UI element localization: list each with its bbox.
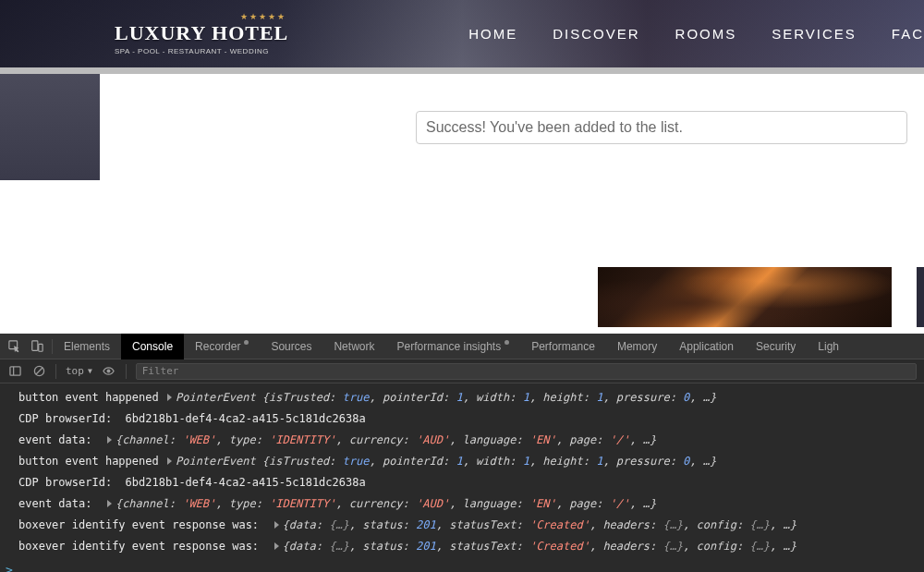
nav-facilities[interactable]: FAC — [892, 26, 924, 42]
devtools-panel: Elements Console Recorder Sources Networ… — [0, 334, 924, 572]
console-row[interactable]: event data: {channel: 'WEB', type: 'IDEN… — [0, 493, 924, 515]
console-row[interactable]: CDP browserId: 6bd218b1-def4-4ca2-a415-5… — [0, 472, 924, 493]
success-input[interactable]: Success! You've been added to the list. — [416, 111, 907, 144]
separator — [126, 364, 127, 379]
hero-header: ★★★★★ LUXURY HOTEL SPA - POOL - RESTAURA… — [0, 0, 924, 67]
logo: ★★★★★ LUXURY HOTEL SPA - POOL - RESTAURA… — [115, 12, 288, 55]
filter-input[interactable]: Filter — [136, 363, 917, 380]
hotel-tagline: SPA - POOL - RESTAURANT - WEDDING — [115, 47, 288, 55]
svg-point-7 — [107, 370, 110, 372]
tab-lighthouse[interactable]: Ligh — [807, 334, 850, 359]
tab-elements[interactable]: Elements — [53, 334, 121, 359]
success-text: Success! You've been added to the list. — [426, 119, 683, 136]
tab-console[interactable]: Console — [121, 334, 184, 359]
context-selector[interactable]: top▼ — [66, 365, 92, 377]
nav-rooms[interactable]: ROOMS — [675, 26, 737, 42]
nav-discover[interactable]: DISCOVER — [553, 26, 639, 42]
nav-home[interactable]: HOME — [468, 26, 517, 42]
tab-network[interactable]: Network — [322, 334, 385, 359]
thumbnail-image[interactable] — [598, 267, 892, 327]
console-row[interactable]: boxever identify event response was: {da… — [0, 536, 924, 557]
svg-rect-1 — [32, 340, 38, 350]
hotel-name: LUXURY HOTEL — [115, 21, 288, 45]
clear-icon[interactable] — [31, 364, 46, 379]
content-area — [0, 180, 924, 334]
svg-line-6 — [35, 368, 42, 374]
thumbnail-edge — [917, 267, 924, 327]
device-icon[interactable] — [30, 339, 44, 354]
svg-rect-2 — [39, 344, 43, 351]
separator — [55, 364, 56, 379]
console-prompt[interactable]: > — [0, 561, 924, 572]
tab-recorder[interactable]: Recorder — [184, 334, 260, 359]
tab-security[interactable]: Security — [745, 334, 807, 359]
form-card: Success! You've been added to the list. — [100, 74, 924, 180]
stars-icon: ★★★★★ — [115, 12, 286, 21]
tab-sources[interactable]: Sources — [260, 334, 322, 359]
console-row[interactable]: boxever identify event response was: {da… — [0, 515, 924, 536]
inspect-icon[interactable] — [7, 339, 22, 354]
main-nav: HOME DISCOVER ROOMS SERVICES FAC — [468, 26, 924, 42]
console-row[interactable]: button event happened PointerEvent {isTr… — [0, 387, 924, 408]
console-toolbar: top▼ Filter — [0, 359, 924, 383]
beta-icon — [244, 340, 249, 345]
tab-performance[interactable]: Performance — [520, 334, 606, 359]
console-row[interactable]: button event happened PointerEvent {isTr… — [0, 451, 924, 472]
eye-icon[interactable] — [102, 364, 116, 379]
tab-memory[interactable]: Memory — [606, 334, 668, 359]
svg-rect-3 — [9, 367, 19, 375]
tab-perf-insights[interactable]: Performance insights — [385, 334, 520, 359]
chevron-down-icon: ▼ — [88, 367, 92, 375]
devtools-tabs: Elements Console Recorder Sources Networ… — [0, 334, 924, 359]
divider — [0, 67, 924, 74]
sidebar-toggle-icon[interactable] — [7, 364, 22, 379]
nav-services[interactable]: SERVICES — [772, 26, 857, 42]
console-row[interactable]: event data: {channel: 'WEB', type: 'IDEN… — [0, 430, 924, 451]
tab-application[interactable]: Application — [668, 334, 745, 359]
beta-icon — [505, 340, 509, 345]
console-row[interactable]: CDP browserId: 6bd218b1-def4-4ca2-a415-5… — [0, 408, 924, 430]
console-log[interactable]: button event happened PointerEvent {isTr… — [0, 383, 924, 561]
